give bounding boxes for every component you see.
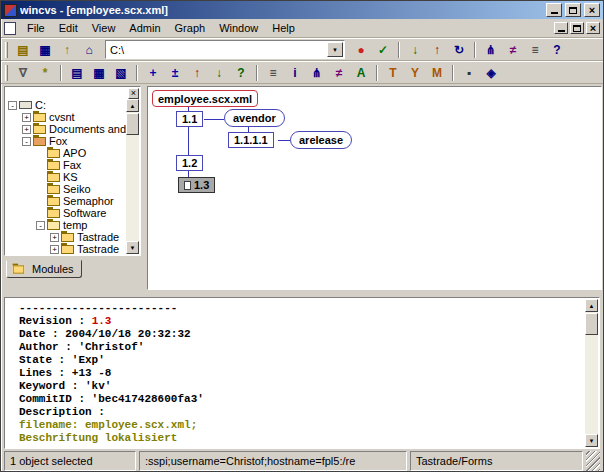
output-line: ------------------------: [19, 302, 581, 315]
annotate-icon[interactable]: A: [350, 63, 372, 83]
expand-icon[interactable]: +: [50, 245, 59, 254]
browse-location-combo[interactable]: C:\ ▼: [105, 40, 345, 59]
maximize-icon: [569, 7, 577, 14]
output-scrollbar[interactable]: ▲ ▼: [585, 299, 598, 447]
update-file-icon[interactable]: ↓: [208, 63, 230, 83]
tree-item-tastrade[interactable]: +Tastrade: [6, 231, 126, 243]
toolbar-gripper[interactable]: [5, 42, 8, 58]
view-tree-icon[interactable]: ▧: [110, 63, 132, 83]
expand-icon[interactable]: +: [50, 233, 59, 242]
filter-icon[interactable]: ∇: [12, 63, 34, 83]
tree-item-temp[interactable]: -temp: [6, 219, 126, 231]
menu-help[interactable]: Help: [265, 20, 302, 36]
tree-item-label: Semaphor: [63, 195, 116, 207]
tree-item-software[interactable]: Software: [6, 207, 126, 219]
document-icon[interactable]: [4, 22, 16, 35]
menu-file[interactable]: File: [20, 20, 52, 36]
scroll-up-icon[interactable]: ▲: [585, 299, 598, 312]
branch-icon[interactable]: Y: [404, 63, 426, 83]
lock-icon[interactable]: ▪: [458, 63, 480, 83]
collapse-icon[interactable]: -: [22, 137, 31, 146]
expand-icon[interactable]: +: [22, 113, 31, 122]
minimize-button[interactable]: [546, 3, 562, 17]
query-update-icon[interactable]: ?: [230, 63, 252, 83]
graph-node-rev-1-1[interactable]: 1.1: [176, 111, 203, 127]
tree-item-cvsnt[interactable]: +cvsnt: [6, 111, 126, 123]
maximize-button[interactable]: [565, 3, 581, 17]
mdi-close-button[interactable]: ×: [586, 22, 600, 34]
scroll-down-icon[interactable]: ▼: [585, 434, 598, 447]
view-list-icon[interactable]: ▤: [66, 63, 88, 83]
toolbar-separator: [398, 42, 400, 58]
tag-icon[interactable]: T: [382, 63, 404, 83]
main-toolbar-left-icons: ▤▦↑⌂: [12, 40, 100, 60]
explorer-icon[interactable]: ◈: [480, 63, 502, 83]
chevron-down-icon[interactable]: ▼: [327, 42, 343, 57]
menu-edit[interactable]: Edit: [52, 20, 85, 36]
commit-file-icon[interactable]: ↑: [186, 63, 208, 83]
view-icons-icon[interactable]: ▦: [88, 63, 110, 83]
update-icon[interactable]: ↓: [404, 40, 426, 60]
tree-item-documents-and-setti[interactable]: +Documents and Setti: [6, 123, 126, 135]
stop-icon[interactable]: ●: [350, 40, 372, 60]
scrollbar-thumb[interactable]: [585, 313, 598, 335]
mdi-minimize-button[interactable]: [554, 22, 568, 34]
folder-tree: × -C:+cvsnt+Documents and Setti-FoxAPOFa…: [4, 86, 141, 256]
menu-graph[interactable]: Graph: [168, 20, 213, 36]
graph-node-tag-arelease[interactable]: arelease: [290, 131, 352, 149]
pane-close-button[interactable]: ×: [128, 88, 139, 99]
tree-item-ks[interactable]: KS: [6, 171, 126, 183]
graph-node-rev-1-2[interactable]: 1.2: [176, 155, 203, 171]
add-file-icon[interactable]: +: [142, 63, 164, 83]
help-icon[interactable]: ?: [546, 40, 568, 60]
log-file-icon[interactable]: ≡: [262, 63, 284, 83]
tree-item-fox[interactable]: -Fox: [6, 135, 126, 147]
home-icon[interactable]: ⌂: [78, 40, 100, 60]
close-button[interactable]: ×: [584, 3, 600, 17]
menu-window[interactable]: Window: [212, 20, 265, 36]
filter-mask-icon[interactable]: *: [34, 63, 56, 83]
scroll-down-icon[interactable]: ▼: [126, 241, 139, 254]
scroll-up-icon[interactable]: ▲: [126, 99, 139, 112]
scrollbar-thumb[interactable]: [126, 113, 139, 135]
resize-grip[interactable]: [586, 451, 600, 471]
tree-item-seiko[interactable]: Seiko: [6, 183, 126, 195]
tree-item-tastrade-imp[interactable]: +Tastrade_Imp: [6, 243, 126, 254]
up-one-level-icon[interactable]: ↑: [56, 40, 78, 60]
collapse-icon[interactable]: -: [36, 221, 45, 230]
graph-file-icon[interactable]: ⋔: [306, 63, 328, 83]
tree-item-apo[interactable]: APO: [6, 147, 126, 159]
tree-item-label: cvsnt: [49, 111, 77, 123]
graph-node-rev-1-3[interactable]: 1.3: [178, 177, 215, 193]
view-modules-icon[interactable]: ▦: [34, 40, 56, 60]
open-folder-icon[interactable]: ▤: [12, 40, 34, 60]
collapse-icon[interactable]: -: [8, 101, 17, 110]
log-icon[interactable]: ≡: [524, 40, 546, 60]
status-file-icon[interactable]: i: [284, 63, 306, 83]
folder-icon: [47, 209, 60, 218]
diff-file-icon[interactable]: ≠: [328, 63, 350, 83]
diff-icon[interactable]: ≠: [502, 40, 524, 60]
merge-icon[interactable]: M: [426, 63, 448, 83]
output-panel: ------------------------Revision : 1.3Da…: [4, 297, 600, 449]
commit-icon[interactable]: ↑: [426, 40, 448, 60]
revision-graph-icon[interactable]: ⋔: [480, 40, 502, 60]
toolbar-gripper[interactable]: [5, 65, 8, 81]
add-binary-icon[interactable]: ±: [164, 63, 186, 83]
expand-icon[interactable]: +: [22, 125, 31, 134]
titlebar[interactable]: wincvs - [employee.scx.xml] ×: [1, 1, 603, 19]
mdi-restore-button[interactable]: [570, 22, 584, 34]
tree-item-c-[interactable]: -C:: [6, 99, 126, 111]
menu-view[interactable]: View: [85, 20, 123, 36]
tree-item-fax[interactable]: Fax: [6, 159, 126, 171]
tree-scrollbar[interactable]: ▲ ▼: [126, 99, 139, 254]
menu-admin[interactable]: Admin: [122, 20, 167, 36]
graph-node-file[interactable]: employee.scx.xml: [152, 90, 258, 107]
tab-modules[interactable]: Modules: [6, 260, 82, 278]
refresh-icon[interactable]: ↻: [448, 40, 470, 60]
tree-item-semaphor[interactable]: Semaphor: [6, 195, 126, 207]
graph-node-tag-avendor[interactable]: avendor: [224, 109, 285, 127]
trace-icon[interactable]: ✓: [372, 40, 394, 60]
graph-node-rev-1-1-1-1[interactable]: 1.1.1.1: [228, 132, 274, 148]
browse-location-value: C:\: [106, 44, 327, 56]
